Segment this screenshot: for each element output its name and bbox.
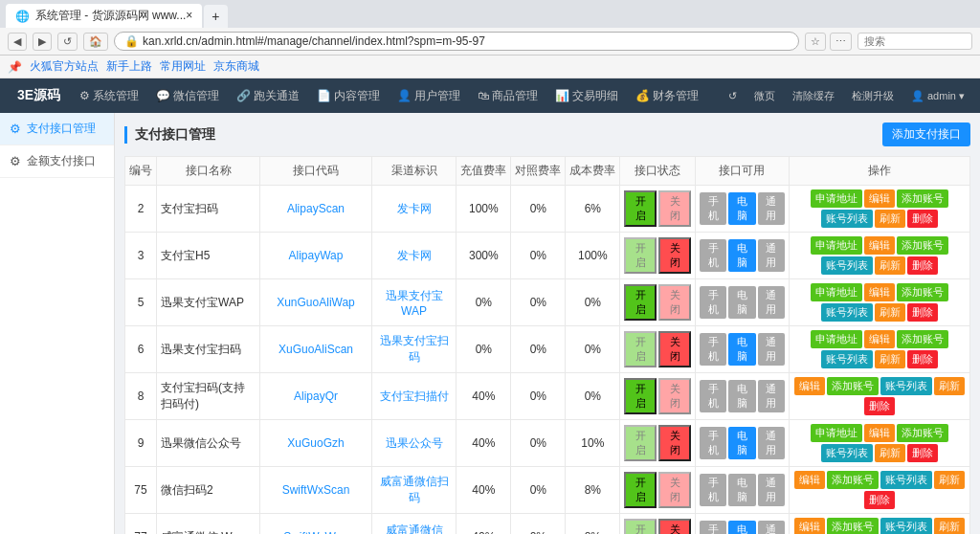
code-link[interactable]: SwiftWxScan (282, 483, 350, 497)
search-input[interactable] (858, 33, 972, 50)
edit-button[interactable]: 编辑 (794, 471, 825, 489)
add-account-button[interactable]: 添加账号 (897, 330, 948, 348)
channel-link[interactable]: 发卡网 (397, 202, 432, 215)
device-手机-button[interactable]: 手机 (700, 333, 726, 366)
account-list-button[interactable]: 账号列表 (821, 350, 873, 368)
add-account-button[interactable]: 添加账号 (897, 424, 948, 442)
device-通用-button[interactable]: 通用 (758, 474, 785, 506)
add-account-button[interactable]: 添加账号 (897, 283, 948, 301)
add-account-button[interactable]: 添加账号 (827, 471, 879, 489)
code-link[interactable]: AlipayQr (294, 389, 338, 403)
nav-channel[interactable]: 🔗 跑关通道 (229, 82, 307, 110)
status-open-button[interactable]: 开启 (624, 425, 657, 461)
account-list-button[interactable]: 账号列表 (821, 210, 873, 228)
bookmark-jd[interactable]: 京东商城 (213, 58, 259, 75)
nav-refresh[interactable]: ↺ (721, 84, 745, 108)
status-close-button[interactable]: 关闭 (658, 472, 691, 508)
code-link[interactable]: AlipayScan (287, 202, 345, 215)
delete-button[interactable]: 删除 (864, 491, 895, 509)
apply-button[interactable]: 申请地址 (811, 236, 862, 255)
nav-admin[interactable]: 👤 admin ▾ (903, 84, 972, 108)
home-button[interactable]: 🏠 (83, 33, 108, 51)
refresh-button[interactable]: 刷新 (934, 518, 965, 534)
status-open-button[interactable]: 开启 (624, 237, 657, 274)
device-通用-button[interactable]: 通用 (758, 380, 785, 412)
nav-wechat[interactable]: 💬 微信管理 (148, 82, 227, 110)
device-手机-button[interactable]: 手机 (700, 427, 726, 459)
add-payment-button[interactable]: 添加支付接口 (882, 122, 970, 146)
status-close-button[interactable]: 关闭 (658, 519, 691, 534)
refresh-button[interactable]: 刷新 (934, 377, 965, 395)
device-手机-button[interactable]: 手机 (700, 286, 726, 319)
channel-link[interactable]: 迅果支付宝扫码 (380, 334, 449, 364)
apply-button[interactable]: 申请地址 (811, 189, 862, 208)
nav-check-upgrade[interactable]: 检测升级 (844, 83, 902, 109)
status-close-button[interactable]: 关闭 (658, 237, 691, 274)
device-手机-button[interactable]: 手机 (700, 380, 726, 412)
nav-micropage[interactable]: 微页 (746, 83, 783, 109)
apply-button[interactable]: 申请地址 (811, 283, 862, 301)
bookmarks-button[interactable]: ☆ (805, 33, 826, 51)
status-close-button[interactable]: 关闭 (658, 425, 691, 461)
device-通用-button[interactable]: 通用 (758, 427, 785, 459)
delete-button[interactable]: 删除 (864, 397, 895, 415)
delete-button[interactable]: 删除 (907, 256, 938, 275)
device-通用-button[interactable]: 通用 (758, 286, 785, 319)
new-tab[interactable]: + (204, 5, 227, 28)
account-list-button[interactable]: 账号列表 (880, 518, 932, 534)
device-电脑-button[interactable]: 电脑 (728, 239, 755, 272)
back-button[interactable]: ◀ (8, 33, 27, 51)
channel-link[interactable]: 威富通微信WAP (386, 523, 443, 535)
add-account-button[interactable]: 添加账号 (897, 189, 948, 208)
edit-button[interactable]: 编辑 (794, 377, 825, 395)
account-list-button[interactable]: 账号列表 (880, 377, 932, 395)
device-手机-button[interactable]: 手机 (700, 474, 726, 506)
status-open-button[interactable]: 开启 (624, 378, 657, 414)
device-通用-button[interactable]: 通用 (758, 521, 785, 534)
account-list-button[interactable]: 账号列表 (821, 444, 873, 462)
nav-clear-cache[interactable]: 清除缓存 (785, 83, 842, 109)
device-电脑-button[interactable]: 电脑 (728, 521, 755, 534)
account-list-button[interactable]: 账号列表 (821, 256, 873, 275)
status-close-button[interactable]: 关闭 (658, 378, 691, 414)
device-手机-button[interactable]: 手机 (700, 521, 726, 534)
forward-button[interactable]: ▶ (33, 33, 52, 51)
device-电脑-button[interactable]: 电脑 (728, 474, 755, 506)
status-open-button[interactable]: 开启 (624, 284, 657, 321)
status-open-button[interactable]: 开启 (624, 519, 657, 534)
nav-system[interactable]: ⚙ 系统管理 (72, 82, 146, 110)
nav-goods[interactable]: 🛍 商品管理 (470, 82, 546, 110)
nav-user[interactable]: 👤 用户管理 (390, 82, 468, 110)
code-link[interactable]: SwiftWxWap (283, 530, 348, 534)
refresh-button[interactable]: 刷新 (875, 350, 905, 368)
refresh-button[interactable]: 刷新 (934, 471, 965, 489)
device-手机-button[interactable]: 手机 (700, 239, 726, 272)
menu-button[interactable]: ⋯ (830, 33, 852, 51)
account-list-button[interactable]: 账号列表 (880, 471, 932, 489)
status-open-button[interactable]: 开启 (624, 190, 657, 227)
add-account-button[interactable]: 添加账号 (827, 377, 879, 395)
bookmark-common[interactable]: 常用网址 (160, 58, 206, 75)
reload-button[interactable]: ↺ (57, 33, 78, 51)
delete-button[interactable]: 删除 (907, 350, 938, 368)
code-link[interactable]: AlipayWap (289, 249, 344, 262)
apply-button[interactable]: 申请地址 (811, 424, 862, 442)
edit-button[interactable]: 编辑 (864, 283, 895, 301)
edit-button[interactable]: 编辑 (794, 518, 825, 534)
edit-button[interactable]: 编辑 (864, 424, 895, 442)
device-电脑-button[interactable]: 电脑 (728, 286, 755, 319)
device-通用-button[interactable]: 通用 (758, 192, 785, 225)
bookmark-newbie[interactable]: 新手上路 (106, 58, 152, 75)
nav-content[interactable]: 📄 内容管理 (309, 82, 388, 110)
channel-link[interactable]: 发卡网 (397, 249, 432, 262)
edit-button[interactable]: 编辑 (864, 330, 895, 348)
device-电脑-button[interactable]: 电脑 (728, 192, 755, 225)
device-通用-button[interactable]: 通用 (758, 333, 785, 366)
refresh-button[interactable]: 刷新 (875, 210, 905, 228)
device-通用-button[interactable]: 通用 (758, 239, 785, 272)
code-link[interactable]: XuGuoAliScan (278, 343, 353, 356)
code-link[interactable]: XuGuoGzh (287, 436, 344, 450)
status-close-button[interactable]: 关闭 (658, 190, 691, 227)
channel-link[interactable]: 迅果公众号 (386, 436, 443, 450)
add-account-button[interactable]: 添加账号 (897, 236, 948, 255)
